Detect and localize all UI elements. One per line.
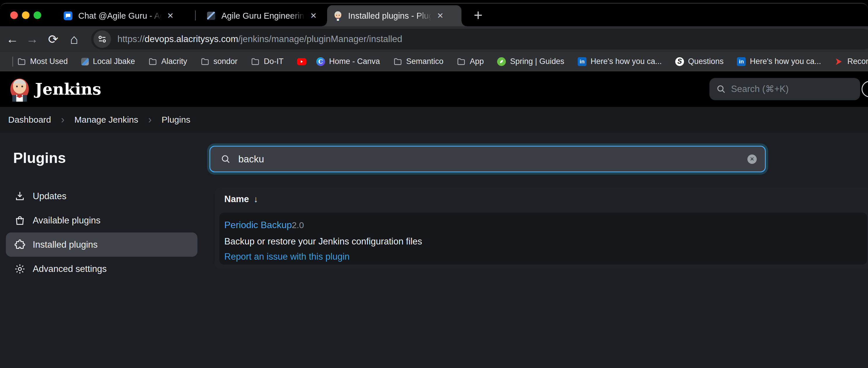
breadcrumb-dashboard[interactable]: Dashboard — [8, 115, 51, 125]
bookmark-spring-guides[interactable]: Spring | Guides — [497, 57, 564, 66]
bookmark-label: Record and share... — [847, 57, 868, 66]
jenkins-header: Jenkins — [0, 71, 868, 107]
bookmark-do-it[interactable]: Do-IT — [251, 57, 284, 66]
browser-toolbar: ← → ⟳ ⌂ https://devops.alacritysys.com/j… — [0, 26, 868, 52]
sidebar-item-installed-plugins[interactable]: Installed plugins — [6, 233, 197, 257]
jenkins-search-input[interactable] — [731, 84, 842, 94]
sidebar-item-label: Advanced settings — [33, 264, 106, 274]
bookmark-alacrity[interactable]: Alacrity — [148, 57, 187, 66]
home-icon[interactable]: ⌂ — [65, 30, 83, 48]
breadcrumb-manage-jenkins[interactable]: Manage Jenkins — [74, 115, 138, 125]
close-window-button[interactable] — [10, 11, 18, 19]
plugin-row-periodic-backup: Periodic Backup 2.0 Backup or restore yo… — [219, 213, 867, 265]
bookmark-label: Home - Canva — [329, 57, 380, 66]
bookmark-sondor[interactable]: sondor — [200, 57, 238, 66]
new-tab-button[interactable]: + — [474, 8, 483, 23]
bookmark-label: Here's how you ca... — [750, 57, 821, 66]
sidebar-item-updates[interactable]: Updates — [6, 184, 197, 208]
sidebar-item-label: Available plugins — [33, 215, 100, 226]
sidebar-item-label: Updates — [33, 191, 66, 202]
tab-installed-plugins-active[interactable]: Installed plugins - Plugins [Je ✕ — [327, 5, 461, 26]
close-tab-icon[interactable]: ✕ — [310, 11, 317, 21]
tab-title: Installed plugins - Plugins [Je — [348, 11, 432, 21]
bookmark-label: Spring | Guides — [510, 57, 564, 66]
jbake-icon — [81, 58, 89, 65]
jenkins-search-box[interactable] — [709, 78, 860, 100]
gear-icon — [14, 263, 26, 275]
bookmark-semantico[interactable]: Semantico — [394, 57, 444, 66]
plugin-filter-box: ✕ — [209, 146, 766, 172]
bookmark-label: Most Used — [30, 57, 68, 66]
jenkins-logo[interactable] — [8, 76, 31, 102]
name-header-label: Name — [224, 194, 249, 204]
canva-icon: C — [316, 57, 325, 66]
report-issue-link[interactable]: Report an issue with this plugin — [224, 251, 350, 262]
bookmark-label: Here's how you ca... — [591, 57, 662, 66]
agile-guru-favicon — [207, 12, 215, 20]
questions-icon: S — [675, 57, 684, 66]
folder-icon — [200, 57, 209, 66]
table-header-name[interactable]: Name↓ — [224, 194, 258, 205]
sidebar-item-advanced-settings[interactable]: Advanced settings — [6, 257, 197, 281]
bookmark-label: Alacrity — [161, 57, 187, 66]
reload-icon[interactable]: ⟳ — [44, 30, 62, 48]
fullscreen-window-button[interactable] — [34, 11, 41, 19]
browser-window: Chat @Agile Guru - Agile Gur ✕ Agile Gur… — [0, 3, 868, 368]
search-icon — [716, 84, 726, 94]
tab-strip: Chat @Agile Guru - Agile Gur ✕ Agile Gur… — [0, 3, 868, 26]
bookmark-label: Do-IT — [264, 57, 284, 66]
plugin-version: 2.0 — [292, 220, 304, 230]
breadcrumb-plugins[interactable]: Plugins — [161, 115, 190, 125]
help-button-partial-icon[interactable] — [862, 81, 868, 97]
bookmark-label: App — [470, 57, 484, 66]
bookmark-label: Semantico — [406, 57, 444, 66]
puzzle-icon — [14, 239, 26, 251]
minimize-window-button[interactable] — [22, 11, 30, 19]
chevron-right-icon: › — [148, 115, 152, 124]
linkedin-icon: in — [578, 57, 586, 66]
youtube-icon — [297, 58, 306, 65]
plugin-description: Backup or restore your Jenkins configura… — [224, 236, 422, 247]
close-tab-icon[interactable]: ✕ — [437, 11, 444, 21]
back-icon[interactable]: ← — [3, 30, 21, 48]
close-tab-icon[interactable]: ✕ — [167, 11, 174, 21]
url-text: https://devops.alacritysys.com/jenkins/m… — [117, 34, 402, 44]
url-scheme: https:// — [117, 34, 145, 44]
bookmark-home-canva[interactable]: C Home - Canva — [316, 57, 380, 66]
tab-agile-guru-engineering[interactable]: Agile Guru Engineering : Opti ✕ — [200, 5, 323, 26]
tab-divider — [195, 10, 196, 21]
sidebar-item-available-plugins[interactable]: Available plugins — [6, 208, 197, 233]
plugin-filter-input[interactable] — [238, 154, 747, 165]
bookmark-linkedin-1[interactable]: in Here's how you ca... — [578, 57, 662, 66]
plugins-table-panel: Name↓ Periodic Backup 2.0 Backup or rest… — [215, 187, 868, 269]
folder-icon — [457, 57, 466, 66]
bookmark-app[interactable]: App — [457, 57, 484, 66]
spring-icon — [497, 57, 506, 66]
chevron-right-icon: › — [61, 115, 65, 124]
forward-icon[interactable]: → — [23, 30, 41, 48]
address-bar[interactable]: https://devops.alacritysys.com/jenkins/m… — [91, 29, 868, 49]
bookmark-most-used[interactable]: Most Used — [17, 57, 68, 66]
download-icon — [14, 190, 26, 202]
sidebar-item-label: Installed plugins — [33, 240, 97, 250]
bookmarks-bar: Most Used Local Jbake Alacrity sondor Do… — [0, 52, 868, 71]
folder-icon — [394, 57, 402, 66]
plugin-name-link[interactable]: Periodic Backup — [224, 220, 292, 231]
linkedin-icon: in — [737, 57, 746, 66]
bookmarks-divider — [12, 57, 13, 67]
folder-icon — [17, 57, 26, 66]
folder-icon — [251, 57, 260, 66]
bookmark-linkedin-2[interactable]: in Here's how you ca... — [737, 57, 821, 66]
tab-chat-agile-guru[interactable]: Chat @Agile Guru - Agile Gur ✕ — [57, 5, 183, 26]
folder-icon — [148, 57, 157, 66]
bookmark-local-jbake[interactable]: Local Jbake — [81, 57, 135, 66]
bookmark-record-share[interactable]: Record and share... — [834, 57, 868, 66]
clear-filter-icon[interactable]: ✕ — [747, 154, 757, 164]
jenkins-wordmark[interactable]: Jenkins — [35, 80, 101, 98]
bookmark-youtube[interactable] — [297, 58, 306, 65]
url-path: /jenkins/manage/pluginManager/installed — [238, 34, 402, 44]
url-host: devops.alacritysys.com — [145, 34, 238, 44]
site-settings-icon[interactable] — [93, 30, 111, 48]
bookmark-label: sondor — [214, 57, 238, 66]
bookmark-questions[interactable]: S Questions — [675, 57, 724, 66]
